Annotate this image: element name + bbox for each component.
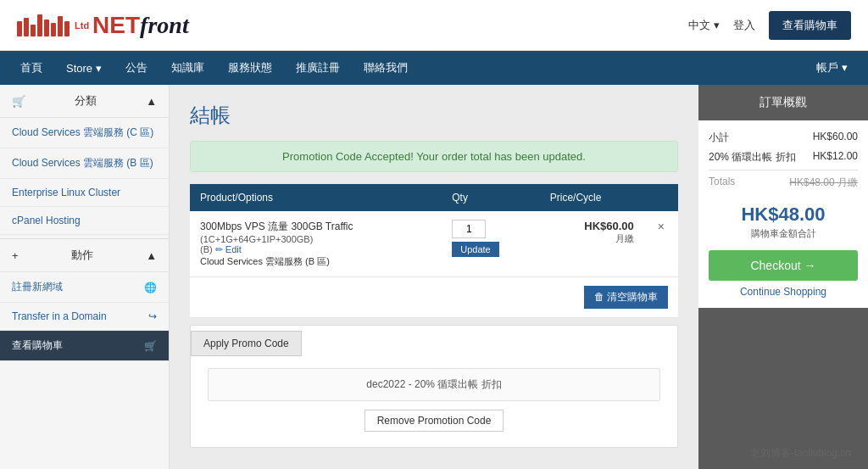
- login-button[interactable]: 登入: [733, 18, 755, 33]
- logo-icon: [17, 14, 70, 36]
- nav-announcements[interactable]: 公告: [114, 51, 159, 85]
- subtotal-value: HK$60.00: [813, 131, 858, 145]
- promo-code-display: dec2022 - 20% 循環出帳 折扣: [208, 368, 660, 401]
- sidebar-transfer-domain[interactable]: Transfer in a Domain ↪: [0, 303, 169, 331]
- clear-cart-button[interactable]: 🗑 清空購物車: [584, 286, 668, 309]
- sidebar-item-cpanel[interactable]: cPanel Hosting: [0, 207, 169, 235]
- discount-label: 20% 循環出帳 折扣: [709, 150, 796, 165]
- page-title: 結帳: [190, 102, 678, 129]
- remove-promo-button[interactable]: Remove Promotion Code: [364, 410, 504, 432]
- cart-icon: 🛒: [12, 95, 25, 108]
- price-main: HK$60.00: [550, 220, 634, 232]
- product-category: Cloud Services 雲端服務 (B 區): [200, 255, 431, 268]
- discount-row: 20% 循環出帳 折扣 HK$12.00: [709, 150, 858, 165]
- remove-cell: ×: [644, 211, 678, 277]
- table-row: 300Mbps VPS 流量 300GB Traffic (1C+1G+64G+…: [190, 211, 678, 277]
- view-cart-sidebar-label: 查看購物車: [12, 338, 63, 353]
- order-summary: 訂單概觀 小計 HK$60.00 20% 循環出帳 折扣 HK$12.00 To…: [698, 85, 868, 469]
- globe-icon: 🌐: [144, 282, 157, 293]
- transfer-icon: ↪: [148, 310, 157, 322]
- top-header: Ltd NETfront 中文 ▾ 登入 查看購物車: [0, 0, 868, 51]
- nav-knowledgebase[interactable]: 知識庫: [159, 51, 216, 85]
- nav-service-status[interactable]: 服務狀態: [216, 51, 284, 85]
- big-price: HK$48.00: [709, 197, 858, 227]
- clear-cart-row: 🗑 清空購物車: [190, 277, 678, 318]
- col-price: Price/Cycle: [540, 184, 644, 211]
- sidebar-view-cart[interactable]: 查看購物車 🛒: [0, 331, 169, 361]
- nav-contact[interactable]: 聯絡我們: [352, 51, 420, 85]
- cart-icon-sidebar: 🛒: [144, 340, 157, 352]
- sidebar-register-domain[interactable]: 註冊新網域 🌐: [0, 272, 169, 303]
- price-period: 月繳: [550, 232, 634, 245]
- edit-link[interactable]: ✏ Edit: [215, 244, 242, 254]
- qty-cell: Update: [442, 211, 540, 277]
- sidebar-item-cloud-b[interactable]: Cloud Services 雲端服務 (B 區): [0, 148, 169, 179]
- sidebar-item-cloud-c[interactable]: Cloud Services 雲端服務 (C 區): [0, 118, 169, 148]
- apply-promo-tab[interactable]: Apply Promo Code: [191, 331, 302, 356]
- discount-value: HK$12.00: [813, 150, 858, 165]
- logo-area: Ltd NETfront: [17, 12, 688, 39]
- categories-label: 分類: [75, 93, 97, 109]
- main-wrapper: 🛒 分類 ▲ Cloud Services 雲端服務 (C 區) Cloud S…: [0, 85, 868, 469]
- col-product: Product/Options: [190, 184, 442, 211]
- register-domain-label: 註冊新網域: [12, 280, 63, 294]
- transfer-domain-label: Transfer in a Domain: [12, 310, 107, 322]
- sidebar-categories-header: 🛒 分類 ▲: [0, 85, 169, 118]
- logo-netfront: NETfront: [92, 12, 189, 39]
- logo-ltd: Ltd: [75, 20, 89, 31]
- checkout-button[interactable]: Checkout →: [709, 250, 858, 281]
- product-specs: (1C+1G+64G+1IP+300GB): [200, 234, 431, 244]
- subtotal-row: 小計 HK$60.00: [709, 131, 858, 145]
- main-nav: 首頁 Store ▾ 公告 知識庫 服務狀態 推廣註冊 聯絡我們 帳戶 ▾: [0, 51, 868, 85]
- price-cell: HK$60.00 月繳: [540, 211, 644, 277]
- nav-store[interactable]: Store ▾: [54, 51, 114, 85]
- sidebar: 🛒 分類 ▲ Cloud Services 雲端服務 (C 區) Cloud S…: [0, 85, 170, 469]
- totals-row: Totals HK$48.00 月繳: [709, 176, 858, 190]
- chevron-up-icon-2: ▲: [146, 249, 157, 262]
- promo-section: Apply Promo Code dec2022 - 20% 循環出帳 折扣 R…: [190, 325, 678, 448]
- nav-promotions[interactable]: 推廣註冊: [284, 51, 352, 85]
- order-summary-title: 訂單概觀: [698, 85, 868, 120]
- product-name: 300Mbps VPS 流量 300GB Traffic: [200, 220, 431, 234]
- view-cart-button[interactable]: 查看購物車: [769, 11, 851, 40]
- update-button[interactable]: Update: [452, 242, 498, 257]
- top-right-controls: 中文 ▾ 登入 查看購物車: [688, 11, 851, 40]
- big-price-label: 購物車金額合計: [709, 227, 858, 240]
- nav-account[interactable]: 帳戶 ▾: [804, 51, 860, 85]
- nav-home[interactable]: 首頁: [8, 51, 54, 85]
- language-selector[interactable]: 中文 ▾: [688, 18, 720, 33]
- totals-original: HK$48.00 月繳: [789, 176, 858, 190]
- subtotal-label: 小計: [709, 131, 729, 145]
- chevron-up-icon: ▲: [146, 95, 157, 108]
- sidebar-actions-header: + 動作 ▲: [0, 238, 169, 272]
- quantity-input[interactable]: [452, 220, 486, 238]
- actions-label: 動作: [71, 248, 93, 263]
- order-summary-body: 小計 HK$60.00 20% 循環出帳 折扣 HK$12.00 Totals …: [698, 120, 868, 308]
- sidebar-item-enterprise[interactable]: Enterprise Linux Cluster: [0, 179, 169, 207]
- continue-shopping-link[interactable]: Continue Shopping: [709, 286, 858, 298]
- cart-table: Product/Options Qty Price/Cycle 300Mbps …: [190, 184, 678, 318]
- watermark: 老刘博客-laoliublog.cn: [750, 446, 851, 461]
- col-qty: Qty: [442, 184, 540, 211]
- product-region: (B) ✏ Edit: [200, 244, 431, 255]
- remove-item-button[interactable]: ×: [654, 220, 668, 233]
- totals-label: Totals: [709, 176, 735, 190]
- product-cell: 300Mbps VPS 流量 300GB Traffic (1C+1G+64G+…: [190, 211, 442, 277]
- plus-icon: +: [12, 249, 19, 262]
- main-content: 結帳 Promotion Code Accepted! Your order t…: [170, 85, 698, 469]
- promo-success-banner: Promotion Code Accepted! Your order tota…: [190, 141, 678, 172]
